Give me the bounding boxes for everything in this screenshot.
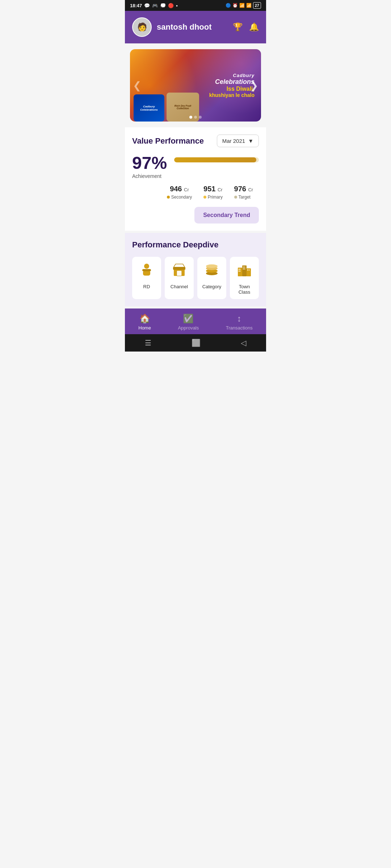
- battery-icon: 27: [253, 2, 261, 9]
- menu-button[interactable]: ☰: [145, 339, 151, 347]
- target-label: Target: [234, 195, 253, 200]
- chat-icon: 💭: [160, 3, 166, 8]
- deepdive-card-townclass[interactable]: Town Class: [230, 257, 259, 299]
- svg-rect-4: [173, 267, 185, 270]
- primary-dot: [203, 196, 206, 199]
- badge-icon[interactable]: 🏆: [233, 22, 243, 32]
- primary-value: 951 Cr: [203, 185, 223, 193]
- month-selector-value: Mar 2021: [222, 138, 245, 144]
- deepdive-card-rd[interactable]: RD: [132, 257, 161, 299]
- banner-tagline2: khushiyan le chalo: [209, 92, 255, 98]
- app-icon: 🔴: [168, 3, 174, 8]
- secondary-value: 946 Cr: [167, 185, 192, 193]
- metric-target: 976 Cr Target: [234, 185, 253, 200]
- svg-rect-2: [142, 269, 151, 271]
- rd-icon: [139, 263, 154, 280]
- svg-rect-17: [240, 271, 240, 272]
- bottom-nav: 🏠 Home ✅ Approvals ↕️ Transactions: [125, 309, 266, 334]
- section-header: Value Performance Mar 2021 ▼: [132, 135, 259, 147]
- transactions-label: Transactions: [226, 325, 253, 331]
- approvals-icon: ✅: [183, 314, 194, 324]
- metrics-row: 946 Cr Secondary 951 Cr Primary 976 Cr T…: [161, 185, 259, 200]
- banner-brand1: Cadbury: [209, 73, 255, 78]
- progress-bar-fill: [174, 157, 256, 162]
- approvals-label: Approvals: [178, 325, 199, 331]
- category-label: Category: [202, 284, 222, 289]
- value-performance-section: Value Performance Mar 2021 ▼ 97% Achieve…: [125, 127, 266, 231]
- status-left: 18:47 💬 🎮 💭 🔴 •: [130, 3, 178, 8]
- channel-label: Channel: [171, 284, 188, 289]
- svg-rect-15: [240, 269, 240, 270]
- performance-deepdive-section: Performance Deepdive RD: [125, 233, 266, 306]
- svg-rect-23: [249, 269, 249, 271]
- svg-rect-14: [239, 269, 239, 270]
- secondary-trend-button[interactable]: Secondary Trend: [194, 207, 259, 224]
- banner-prev-arrow[interactable]: ❮: [133, 80, 141, 92]
- svg-rect-16: [239, 271, 239, 272]
- signal-icon: 📶: [239, 3, 245, 8]
- banner-dot-3[interactable]: [199, 116, 202, 119]
- secondary-dot: [167, 196, 170, 199]
- svg-rect-22: [247, 269, 248, 271]
- deepdive-card-category[interactable]: Category: [197, 257, 226, 299]
- deepdive-title: Performance Deepdive: [132, 240, 259, 250]
- android-nav-bar: ☰ ⬜ ◁: [125, 334, 266, 352]
- townclass-label: Town Class: [233, 284, 256, 295]
- progress-container: [174, 154, 259, 162]
- avatar: 🧑: [132, 17, 152, 37]
- deepdive-card-channel[interactable]: Channel: [165, 257, 194, 299]
- home-label: Home: [138, 325, 151, 331]
- dropdown-icon: ▼: [248, 138, 253, 144]
- progress-bar-track: [174, 157, 259, 162]
- user-name: santosh dhoot: [157, 22, 212, 32]
- whatsapp-icon: 💬: [144, 3, 150, 8]
- bluetooth-icon: 🔵: [226, 3, 231, 8]
- notification-bell-icon[interactable]: 🔔: [249, 22, 259, 32]
- achievement-row: 97% Achievement: [132, 154, 259, 179]
- category-icon: [205, 263, 219, 280]
- svg-rect-19: [244, 267, 245, 268]
- dot-icon: •: [176, 3, 178, 8]
- primary-label: Primary: [203, 195, 223, 200]
- channel-icon: [172, 263, 186, 280]
- nav-approvals[interactable]: ✅ Approvals: [178, 314, 199, 331]
- target-value: 976 Cr: [234, 185, 253, 193]
- banner-text: Cadbury Celebrations Iss Diwali, khushiy…: [209, 73, 255, 98]
- svg-rect-20: [243, 268, 244, 269]
- header: 🧑 santosh dhoot 🏆 🔔: [125, 11, 266, 43]
- svg-rect-5: [177, 271, 182, 276]
- alarm-icon: ⏰: [232, 3, 238, 8]
- banner-dot-1[interactable]: [189, 116, 192, 119]
- banner-dot-2[interactable]: [194, 116, 197, 119]
- achievement-percent: 97%: [132, 154, 167, 172]
- nav-transactions[interactable]: ↕️ Transactions: [226, 314, 253, 331]
- nav-home[interactable]: 🏠 Home: [138, 314, 151, 331]
- deepdive-grid: RD Channel: [132, 257, 259, 299]
- townclass-icon: [237, 263, 252, 280]
- banner-dots: [189, 116, 202, 119]
- section-title: Value Performance: [132, 136, 204, 146]
- secondary-label: Secondary: [167, 195, 192, 200]
- status-bar: 18:47 💬 🎮 💭 🔴 • 🔵 ⏰ 📶 📶 27: [125, 0, 266, 11]
- home-button[interactable]: ⬜: [192, 339, 201, 347]
- svg-point-0: [144, 264, 149, 269]
- wifi-icon: 📶: [246, 3, 252, 8]
- month-selector[interactable]: Mar 2021 ▼: [217, 135, 259, 147]
- svg-rect-21: [244, 268, 245, 269]
- rd-label: RD: [143, 284, 150, 289]
- status-time: 18:47: [130, 3, 142, 8]
- target-dot: [234, 196, 237, 199]
- header-icons: 🏆 🔔: [233, 22, 259, 32]
- status-right: 🔵 ⏰ 📶 📶 27: [226, 2, 261, 9]
- back-button[interactable]: ◁: [241, 339, 246, 347]
- banner-next-arrow[interactable]: ❯: [250, 80, 258, 92]
- metric-secondary: 946 Cr Secondary: [167, 185, 192, 200]
- trend-btn-row: Secondary Trend: [132, 207, 259, 224]
- achievement-info: 97% Achievement: [132, 154, 167, 179]
- metric-primary: 951 Cr Primary: [203, 185, 223, 200]
- achievement-label: Achievement: [132, 173, 167, 179]
- header-left: 🧑 santosh dhoot: [132, 17, 212, 37]
- cadbury-box-1: CadburyCelebrations: [134, 94, 164, 122]
- svg-rect-1: [143, 271, 150, 276]
- avatar-image: 🧑: [137, 22, 147, 32]
